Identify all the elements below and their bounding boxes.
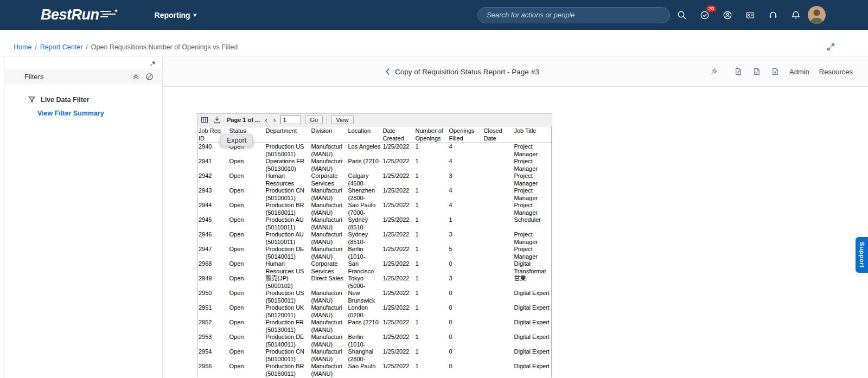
bestrun-logo[interactable]: BestRun	[41, 7, 119, 23]
reporting-menu[interactable]: Reporting ▾	[155, 11, 196, 20]
main-content: Copy of Requisition Status Report - Page…	[163, 57, 868, 378]
table-cell	[483, 290, 513, 304]
table-cell	[483, 260, 513, 275]
table-cell	[483, 363, 513, 377]
admin-link[interactable]: Admin	[789, 68, 809, 76]
table-cell: Manufacturi (MANU)	[310, 187, 347, 202]
action-search-input[interactable]	[477, 7, 670, 23]
previous-page-button[interactable]: ‹	[264, 116, 269, 124]
table-cell: Open	[228, 260, 265, 275]
download-report-button[interactable]	[771, 67, 780, 76]
report-title-group: Copy of Requisition Status Report - Page…	[385, 57, 539, 86]
table-cell: Berlin (1010-	[347, 246, 382, 260]
notifications-button[interactable]	[788, 8, 803, 23]
org-chart-icon	[745, 10, 755, 20]
table-cell: Operations FR (50130010)	[265, 158, 310, 172]
table-cell: 2943	[197, 187, 228, 202]
filters-header-actions	[132, 73, 154, 81]
table-cell: Los Angeles	[347, 143, 382, 158]
pin-panel-button[interactable]	[149, 60, 157, 69]
breadcrumb-report-center-link[interactable]: Report Center	[40, 43, 83, 51]
report-page-title: Copy of Requisition Status Report - Page…	[395, 68, 539, 76]
table-cell: Paris (2210-	[347, 158, 382, 172]
table-cell: 1/25/2022	[382, 348, 414, 363]
export-report-button[interactable]	[734, 67, 743, 76]
table-cell	[483, 143, 513, 158]
go-button[interactable]: Go	[305, 116, 323, 124]
todos-button[interactable]: 20	[697, 8, 712, 23]
page-number-input[interactable]	[280, 116, 301, 124]
logo-swoosh-icon	[100, 8, 119, 20]
table-cell: 1/25/2022	[382, 260, 414, 275]
fullscreen-toggle-button[interactable]	[827, 43, 835, 51]
view-button[interactable]: View	[331, 116, 354, 124]
double-chevron-up-icon	[132, 73, 140, 81]
column-header: Department	[265, 126, 310, 143]
document-download-icon	[771, 67, 780, 76]
table-cell: 1	[414, 334, 448, 348]
avatar-photo	[808, 6, 826, 24]
view-filter-summary-link[interactable]: View Filter Summary	[37, 110, 104, 117]
support-tab[interactable]: Support	[856, 237, 868, 273]
topbar-icons: 20	[674, 8, 803, 23]
previous-report-page-button[interactable]	[385, 68, 391, 75]
validate-report-button[interactable]	[752, 67, 761, 76]
table-cell: 5	[448, 246, 483, 260]
table-cell	[483, 246, 513, 260]
search-button[interactable]	[674, 8, 690, 23]
filters-title: Filters	[24, 73, 43, 81]
collapse-filters-button[interactable]	[132, 73, 140, 81]
table-cell: 1	[414, 260, 448, 275]
org-chart-button[interactable]	[743, 8, 758, 23]
table-cell: 1	[414, 231, 448, 246]
table-cell: 2947	[197, 246, 228, 260]
logo-text: BestRun	[41, 7, 99, 23]
report-header-actions: Admin Resources	[710, 57, 853, 86]
avatar[interactable]	[808, 6, 826, 24]
table-row: 2953OpenProduction DE (50140011)Manufact…	[197, 334, 552, 348]
table-cell: 1	[414, 172, 448, 187]
download-button[interactable]	[213, 116, 221, 124]
reporting-menu-label: Reporting	[155, 11, 190, 20]
clear-filters-button[interactable]	[145, 73, 154, 81]
live-data-filter[interactable]: Live Data Filter	[28, 95, 162, 104]
table-cell: Direct Sales	[310, 275, 347, 290]
breadcrumb-home-link[interactable]: Home	[14, 43, 31, 51]
table-cell: 0	[448, 290, 483, 304]
headset-icon	[768, 10, 778, 20]
table-cell: Open	[228, 246, 265, 260]
table-cell	[483, 216, 513, 231]
column-header: Openings Filled	[448, 126, 483, 143]
table-row: 2944OpenProduction BR (50160011)Manufact…	[197, 202, 552, 216]
table-cell: Manufacturi (MANU)	[310, 231, 347, 246]
table-cell: Manufacturi (MANU)	[310, 246, 347, 260]
table-cell: 0	[448, 319, 483, 334]
table-cell: Production CN (50100011)	[265, 187, 310, 202]
filters-panel: Filters Live Data Filter	[4, 57, 163, 378]
table-cell: 1	[414, 202, 448, 216]
next-page-button[interactable]: ›	[272, 116, 277, 124]
people-profile-button[interactable]	[720, 8, 735, 23]
table-cell: Manufacturi (MANU)	[310, 348, 347, 363]
table-cell: 4	[448, 143, 483, 158]
expand-icon	[827, 43, 835, 51]
pin-report-button[interactable]	[710, 68, 718, 75]
table-cell	[483, 187, 513, 202]
table-cell	[483, 202, 513, 216]
table-cell: Paris (2210-	[347, 319, 382, 334]
table-cell: 1	[414, 290, 448, 304]
table-cell: 1	[414, 143, 448, 158]
table-cell: 4	[448, 158, 483, 172]
export-data-button[interactable]	[200, 116, 209, 124]
table-cell: Production AU (50110011)	[265, 216, 310, 231]
table-cell	[483, 275, 513, 290]
table-cell: Manufacturi (MANU)	[310, 363, 347, 377]
table-cell	[483, 319, 513, 334]
table-cell: Tokyo (5000-	[347, 275, 382, 290]
table-row: 2941OpenOperations FR (50130010)Manufact…	[197, 158, 552, 172]
resources-link[interactable]: Resources	[819, 68, 853, 76]
table-cell: Corporate Services	[310, 260, 347, 275]
table-cell: Manufacturi (MANU)	[310, 202, 347, 216]
support-button[interactable]	[765, 8, 781, 23]
top-navigation-bar: BestRun Reporting ▾	[0, 0, 868, 30]
